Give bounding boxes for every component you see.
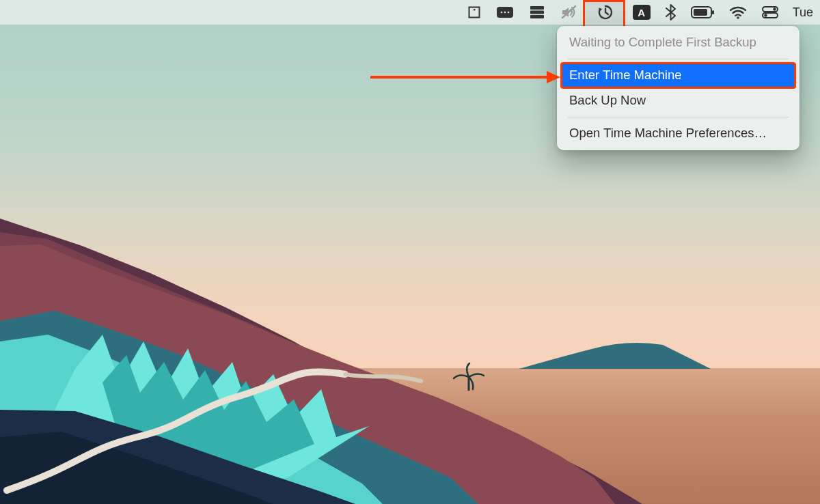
menu-separator [568,117,789,117]
menubar-item-app2[interactable] [489,0,521,25]
wifi-icon [729,5,747,19]
menu-item-open-preferences[interactable]: Open Time Machine Preferences… [561,121,795,146]
menu-item-enter-time-machine[interactable]: Enter Time Machine [561,63,795,88]
menubar-item-time-machine[interactable] [584,0,625,25]
svg-rect-13 [694,9,707,16]
menu-item-backup-status: Waiting to Complete First Backup [561,30,795,55]
menubar-item-disks[interactable] [521,0,553,25]
svg-rect-8 [530,11,544,14]
svg-point-6 [507,12,509,14]
svg-point-4 [500,12,502,14]
svg-rect-7 [530,6,544,10]
menubar-item-date[interactable]: Tue [786,0,816,25]
menubar-item-battery[interactable] [683,0,722,25]
menubar-item-input-source[interactable]: A [625,0,658,25]
menu-separator [568,59,789,59]
menu-item-back-up-now[interactable]: Back Up Now [561,88,795,113]
svg-rect-9 [530,15,544,18]
volume-muted-icon [560,5,577,19]
bluetooth-icon [666,4,676,20]
menubar-item-bluetooth[interactable] [658,0,683,25]
rectangle-dot-icon [467,5,481,19]
menu-item-label: Enter Time Machine [569,68,682,82]
input-source-letter: A [638,7,645,18]
wallpaper-sea [0,369,820,504]
menubar-day-label: Tue [793,5,813,20]
time-machine-icon [597,5,613,20]
svg-rect-2 [474,9,475,10]
svg-point-19 [764,14,767,16]
menubar-item-volume-muted[interactable] [553,0,584,25]
keyboard-dots-icon [496,6,514,18]
control-center-icon [762,6,778,18]
menubar-item-wifi[interactable] [722,0,754,25]
time-machine-dropdown: Waiting to Complete First Backup Enter T… [557,26,800,150]
input-source-icon: A [633,5,651,20]
svg-marker-11 [599,8,602,12]
menubar-item-control-center[interactable] [754,0,786,25]
stacked-drives-icon [529,5,545,19]
macos-menu-bar: A Tue [0,0,820,25]
svg-rect-14 [712,10,714,14]
svg-rect-1 [469,8,479,18]
menubar-item-app1[interactable] [460,0,489,25]
svg-point-15 [737,16,739,19]
battery-icon [691,6,714,18]
svg-point-5 [504,12,506,14]
svg-point-17 [773,8,776,10]
